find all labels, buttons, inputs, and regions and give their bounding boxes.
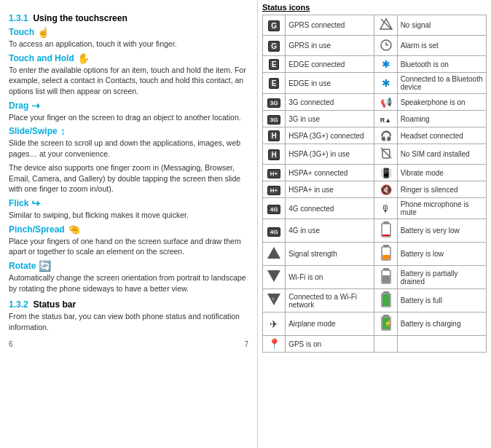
left-status-label: HSPA+ in use (286, 181, 374, 198)
touch-text: To access an application, touch it with … (9, 39, 248, 50)
left-panel: 1.3.1 Using the touchscreen Touch ☝ To a… (0, 0, 258, 448)
right-status-label: Battery is charging (397, 313, 486, 336)
table-row: 4G4G connected🎙Phone microphone is mute (263, 198, 487, 219)
table-row: Signal strengthBattery is low (263, 243, 487, 266)
left-status-label: Connected to a Wi-Fi network (286, 289, 374, 313)
right-status-label: No SIM card installed (397, 144, 486, 165)
left-status-icon: ✈ (263, 313, 286, 336)
table-row: ✈Airplane mode⚡Battery is charging (263, 313, 487, 336)
table-row: Wi-Fi is onBattery is partially drained (263, 266, 487, 289)
right-status-icon (374, 266, 397, 289)
right-status-icon: R▲ (374, 111, 397, 127)
status-icons-title: Status icons (262, 3, 487, 12)
right-status-icon: ⚡ (374, 313, 397, 336)
pinch-icon: 🤏 (68, 224, 80, 235)
section2-text: From the status bar, you can view both p… (9, 311, 248, 332)
page-right: 7 (244, 340, 248, 348)
table-row: ?Connected to a Wi-Fi networkBattery is … (263, 289, 487, 313)
right-status-label: Ringer is silenced (397, 181, 486, 198)
table-row: 3G3G connected📢Speakerphone is on (263, 94, 487, 111)
left-status-label: GPRS in use (286, 36, 374, 56)
left-status-label: 3G connected (286, 94, 374, 111)
right-status-label: Speakerphone is on (397, 94, 486, 111)
drag-icon: ⇢ (31, 100, 40, 111)
svg-rect-17 (382, 275, 390, 283)
right-status-icon (374, 15, 397, 36)
left-status-icon (263, 243, 286, 266)
svg-rect-22 (382, 294, 390, 306)
right-panel: Status icons GGPRS connectedNo signalGGP… (258, 0, 491, 448)
drag-text: Place your finger on the screen to drag … (9, 112, 248, 123)
left-status-icon: 3G (263, 111, 286, 127)
right-status-label: Phone microphone is mute (397, 198, 486, 219)
table-row: 📍GPS is on (263, 336, 487, 353)
status-table: GGPRS connectedNo signalGGPRS in useAlar… (262, 15, 487, 353)
svg-text:⚡: ⚡ (384, 319, 391, 328)
pinch-heading: Pinch/Spread 🤏 (9, 224, 248, 235)
page-left: 6 (9, 340, 13, 348)
pinch-text: Place your fingers of one hand on the sc… (9, 236, 248, 257)
right-status-label: Bluetooth is on (397, 56, 486, 73)
right-status-label: Roaming (397, 111, 486, 127)
table-row: EEDGE in use✱Connected to a Bluetooth de… (263, 73, 487, 94)
left-status-icon: E (263, 56, 286, 73)
section-1-3-1-heading: 1.3.1 Using the touchscreen (9, 13, 248, 23)
flick-icon: ↪ (31, 197, 40, 209)
left-status-icon: 3G (263, 94, 286, 111)
table-row: 4G4G in useBattery is very low (263, 219, 487, 243)
right-status-label: Alarm is set (397, 36, 486, 56)
left-status-label: Signal strength (286, 243, 374, 266)
left-status-label: EDGE connected (286, 56, 374, 73)
right-status-label: Battery is partially drained (397, 266, 486, 289)
right-status-label: Battery is full (397, 289, 486, 313)
slide-icon: ↕ (60, 125, 66, 137)
svg-rect-13 (382, 255, 390, 259)
right-status-icon: 🎧 (374, 127, 397, 144)
svg-line-1 (381, 19, 391, 29)
touch-icon: ☝ (37, 26, 50, 38)
slide-heading: Slide/Swipe ↕ (9, 125, 248, 137)
left-status-icon: ? (263, 289, 286, 313)
left-status-label: Airplane mode (286, 313, 374, 336)
svg-marker-10 (267, 247, 280, 259)
left-status-label: GPRS connected (286, 15, 374, 36)
table-row: HHSPA (3G+) in useNo SIM card installed (263, 144, 487, 165)
right-status-label (397, 336, 486, 353)
right-status-label: Battery is very low (397, 219, 486, 243)
section-1-3-2-heading: 1.3.2 Status bar (9, 299, 248, 310)
left-status-icon: 4G (263, 219, 286, 243)
left-status-label: 4G connected (286, 198, 374, 219)
left-status-icon: H (263, 127, 286, 144)
right-status-label: Vibrate mode (397, 165, 486, 181)
left-status-icon: G (263, 15, 286, 36)
right-status-icon: 🎙 (374, 198, 397, 219)
svg-marker-14 (267, 270, 280, 282)
left-status-label: EDGE in use (286, 73, 374, 94)
touch-hold-icon: ✋ (77, 52, 90, 64)
right-status-label: No signal (397, 15, 486, 36)
table-row: GGPRS connectedNo signal (263, 15, 487, 36)
rotate-text: Automatically change the screen orientat… (9, 272, 248, 294)
left-status-icon: G (263, 36, 286, 56)
table-row: HHSPA (3G+) connected🎧Headset connected (263, 127, 487, 144)
left-status-label: 3G in use (286, 111, 374, 127)
left-status-label: HSPA (3G+) connected (286, 127, 374, 144)
right-status-icon (374, 336, 397, 353)
table-row: EEDGE connected✱Bluetooth is on (263, 56, 487, 73)
page-numbers: 6 7 (9, 340, 248, 348)
left-status-label: Wi-Fi is on (286, 266, 374, 289)
left-status-icon: 📍 (263, 336, 286, 353)
left-status-icon: 4G (263, 198, 286, 219)
right-status-icon: ✱ (374, 56, 397, 73)
touch-hold-heading: Touch and Hold ✋ (9, 52, 248, 64)
svg-rect-9 (382, 235, 390, 236)
left-status-label: HSPA (3G+) in use (286, 144, 374, 165)
rotate-icon: 🔄 (39, 260, 51, 272)
table-row: H+HSPA+ connected📳Vibrate mode (263, 165, 487, 181)
touch-heading: Touch ☝ (9, 26, 248, 38)
left-status-icon: H+ (263, 181, 286, 198)
touch-hold-text: To enter the available options for an it… (9, 65, 248, 97)
table-row: 3G3G in useR▲Roaming (263, 111, 487, 127)
table-row: GGPRS in useAlarm is set (263, 36, 487, 56)
right-status-icon: ✱ (374, 73, 397, 94)
